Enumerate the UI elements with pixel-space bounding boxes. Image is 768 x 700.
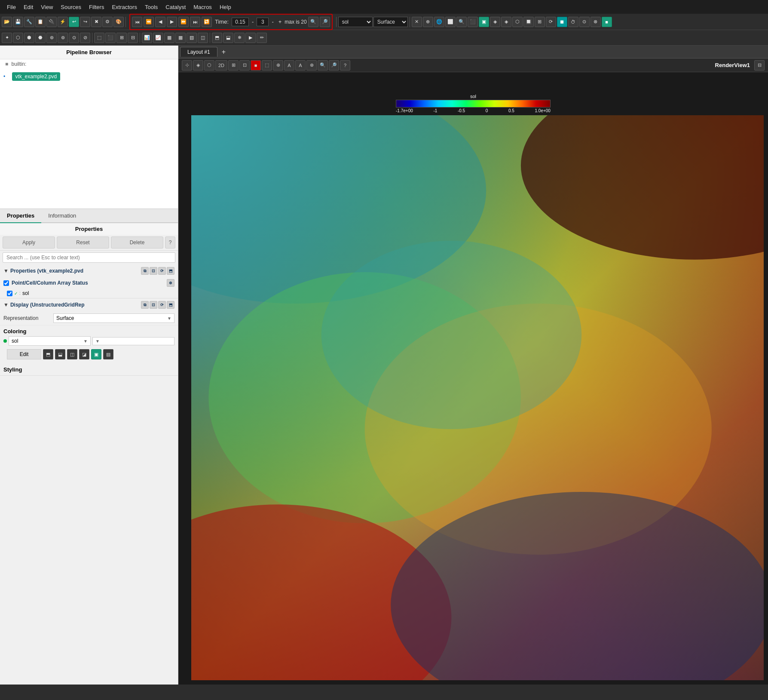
time-play-button[interactable]: ▶ (167, 17, 177, 27)
apply-button[interactable]: Apply (3, 236, 55, 249)
display-collapse-icon[interactable]: ▼ (3, 302, 9, 308)
edit-icon2[interactable]: ⬓ (55, 349, 65, 359)
green-icon1[interactable]: ▣ (479, 17, 489, 27)
menu-filters[interactable]: Filters (86, 2, 107, 12)
rt-btn6[interactable]: ■ (251, 60, 261, 71)
section-icon2[interactable]: ⊡ (150, 267, 157, 275)
rt-split-btn[interactable]: ⊟ (754, 60, 765, 71)
save-button[interactable]: 💾 (13, 17, 23, 27)
delete-button[interactable]: ✖ (91, 17, 101, 27)
edit-icon5[interactable]: ▣ (91, 349, 101, 359)
rt-2d-btn[interactable]: 2D (215, 60, 227, 71)
tb2-btn6[interactable]: ⊚ (58, 33, 68, 43)
zoom-data-button[interactable]: 🔍 (456, 17, 467, 27)
menu-extractors[interactable]: Extractors (108, 2, 141, 12)
time-input[interactable] (232, 18, 249, 26)
time-step-forward-button[interactable]: ⏩ (178, 17, 189, 27)
green-icon2[interactable]: ■ (602, 17, 612, 27)
tb2-btn11[interactable]: ⊞ (116, 33, 127, 43)
menu-edit[interactable]: Edit (20, 2, 37, 12)
representation-dropdown[interactable]: Surface ▼ (53, 313, 174, 323)
rt-btn10[interactable]: A (295, 60, 306, 71)
box-button[interactable]: ⬜ (445, 17, 456, 27)
add-layout-button[interactable]: + (218, 46, 229, 58)
display-icon2[interactable]: ⊡ (150, 301, 157, 309)
time-loop-button[interactable]: 🔁 (202, 17, 212, 27)
time-zoom-out-button[interactable]: 🔎 (320, 17, 330, 27)
tb2-btn10[interactable]: ⬛ (105, 33, 116, 43)
properties-search[interactable] (3, 252, 175, 263)
rt-btn8[interactable]: ⊕ (273, 60, 283, 71)
section-icon4[interactable]: ⬒ (167, 267, 174, 275)
representation-selector[interactable]: Surface (373, 17, 408, 27)
icon8[interactable]: ⊙ (579, 17, 590, 27)
edit-icon6[interactable]: ▤ (103, 349, 113, 359)
reset-button[interactable]: Reset (57, 236, 109, 249)
icon4[interactable]: ⬡ (512, 17, 523, 27)
tb2-freeze[interactable]: ❄ (234, 33, 245, 43)
help-button[interactable]: ? (165, 236, 175, 249)
open-button[interactable]: 📂 (2, 17, 12, 27)
rt-btn7[interactable]: ⬚ (262, 60, 272, 71)
menu-catalyst[interactable]: Catalyst (162, 2, 189, 12)
edit-button[interactable]: Edit (7, 349, 41, 359)
tb2-play[interactable]: ▶ (245, 33, 256, 43)
menu-file[interactable]: File (3, 2, 19, 12)
icon9[interactable]: ⊗ (591, 17, 601, 27)
redo-button[interactable]: ↪ (80, 17, 90, 27)
globe-button[interactable]: 🌐 (434, 17, 444, 27)
section-icon3[interactable]: ⟳ (158, 267, 166, 275)
edit-icon1[interactable]: ⬒ (43, 349, 53, 359)
connect-button[interactable]: 🔌 (46, 17, 57, 27)
menu-sources[interactable]: Sources (57, 2, 85, 12)
layout-tab-1[interactable]: Layout #1 (180, 47, 217, 57)
tb2-chart3[interactable]: ▧ (187, 33, 197, 43)
icon5[interactable]: 🔲 (523, 17, 534, 27)
icon3[interactable]: ◈ (501, 17, 511, 27)
reset-camera-button[interactable]: ✕ (412, 17, 422, 27)
disconnect-button[interactable]: ⚡ (58, 17, 68, 27)
display-icon1[interactable]: ⧉ (141, 301, 149, 309)
display-icon3[interactable]: ⟳ (158, 301, 166, 309)
coloring-dropdown[interactable]: sol ▼ (9, 336, 91, 346)
delete-button-prop[interactable]: Delete (111, 236, 163, 249)
tb2-select1[interactable]: ⬒ (212, 33, 222, 43)
collapse-icon[interactable]: ▼ (3, 268, 9, 274)
rt-btn5[interactable]: ⊡ (239, 60, 250, 71)
tb2-select2[interactable]: ⬓ (223, 33, 233, 43)
icon6[interactable]: ⊞ (535, 17, 545, 27)
rt-btn3[interactable]: ⬡ (204, 60, 214, 71)
tb2-btn13[interactable]: 📊 (142, 33, 152, 43)
palette-button[interactable]: 🎨 (113, 17, 124, 27)
camera-button[interactable]: ⊕ (423, 17, 433, 27)
rt-btn9[interactable]: A (284, 60, 294, 71)
tb2-btn12[interactable]: ⊟ (128, 33, 138, 43)
menu-tools[interactable]: Tools (141, 2, 161, 12)
clock-icon[interactable]: ⏱ (568, 17, 578, 27)
array-status-icon[interactable]: ⊕ (167, 279, 174, 287)
tb2-btn2[interactable]: ⬡ (13, 33, 23, 43)
time-prev-button[interactable]: ⏪ (144, 17, 154, 27)
array-status-checkbox[interactable] (3, 280, 9, 286)
render-viewport[interactable]: sol -1.7e+00 -1 -0.5 0 0.5 1.0e+00 (178, 72, 768, 685)
tb2-chart2[interactable]: ▦ (175, 33, 186, 43)
source-selector[interactable]: sol (338, 17, 373, 27)
rt-btn14[interactable]: ? (340, 60, 350, 71)
tb2-btn9[interactable]: ⬚ (94, 33, 104, 43)
tb2-btn4[interactable]: ⬣ (35, 33, 46, 43)
tb2-pencil[interactable]: ✏ (257, 33, 267, 43)
undo-button[interactable]: ↩ (69, 17, 79, 27)
rt-btn11[interactable]: ⊗ (306, 60, 317, 71)
menu-help[interactable]: Help (216, 2, 235, 12)
tb2-btn7[interactable]: ⊙ (69, 33, 79, 43)
time-first-button[interactable]: ⏮ (132, 17, 142, 27)
rt-btn13[interactable]: 🔎 (329, 60, 339, 71)
time-last-button[interactable]: ⏭ (190, 17, 200, 27)
load-state-button[interactable]: 📋 (35, 17, 46, 27)
rt-btn1[interactable]: ⊹ (182, 60, 192, 71)
tb2-chart4[interactable]: ◫ (198, 33, 208, 43)
time-back-button[interactable]: ◀ (155, 17, 165, 27)
time-zoom-in-button[interactable]: 🔍 (308, 17, 318, 27)
zoom-selection-button[interactable]: ⬛ (468, 17, 478, 27)
tab-information[interactable]: Information (41, 209, 83, 223)
